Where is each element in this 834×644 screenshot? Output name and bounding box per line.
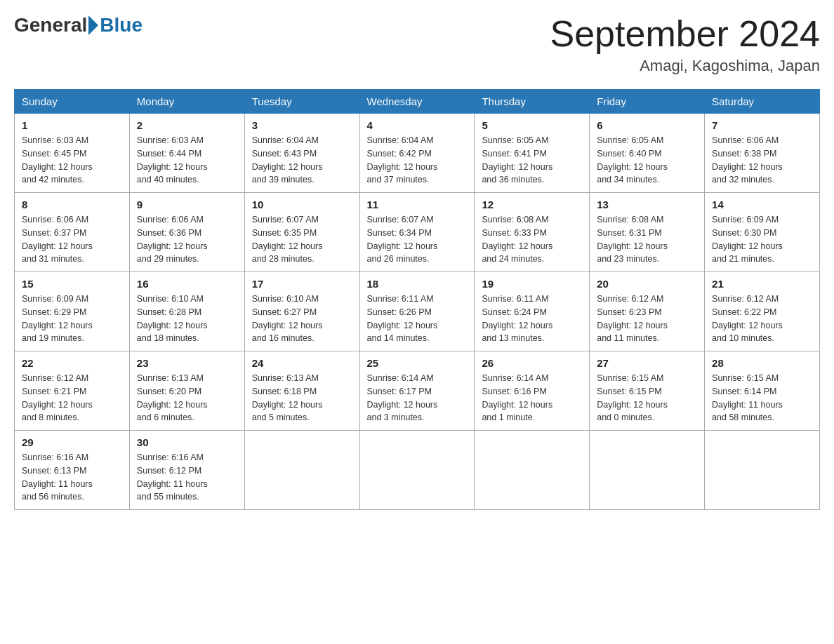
day-info: Sunrise: 6:07 AMSunset: 6:34 PMDaylight:…	[367, 213, 468, 266]
calendar-cell: 30Sunrise: 6:16 AMSunset: 6:12 PMDayligh…	[129, 431, 244, 510]
day-number: 21	[712, 278, 812, 290]
day-info: Sunrise: 6:05 AMSunset: 6:41 PMDaylight:…	[482, 134, 582, 187]
day-info: Sunrise: 6:12 AMSunset: 6:23 PMDaylight:…	[597, 293, 697, 345]
logo-general-text: General	[14, 14, 87, 36]
day-info: Sunrise: 6:13 AMSunset: 6:20 PMDaylight:…	[137, 372, 237, 424]
logo-blue-text: Blue	[100, 14, 143, 36]
weekday-header-monday: Monday	[129, 90, 244, 114]
day-info: Sunrise: 6:03 AMSunset: 6:44 PMDaylight:…	[137, 134, 237, 187]
day-info: Sunrise: 6:04 AMSunset: 6:42 PMDaylight:…	[367, 134, 468, 187]
day-number: 27	[597, 357, 697, 369]
calendar-cell	[244, 431, 359, 510]
day-number: 11	[367, 199, 468, 210]
week-row-2: 8Sunrise: 6:06 AMSunset: 6:37 PMDaylight…	[15, 193, 820, 272]
day-info: Sunrise: 6:14 AMSunset: 6:16 PMDaylight:…	[482, 372, 582, 424]
calendar-cell: 9Sunrise: 6:06 AMSunset: 6:36 PMDaylight…	[129, 193, 244, 272]
day-info: Sunrise: 6:15 AMSunset: 6:15 PMDaylight:…	[597, 372, 697, 424]
day-info: Sunrise: 6:08 AMSunset: 6:31 PMDaylight:…	[597, 213, 697, 266]
calendar-cell: 8Sunrise: 6:06 AMSunset: 6:37 PMDaylight…	[15, 193, 130, 272]
calendar-cell: 17Sunrise: 6:10 AMSunset: 6:27 PMDayligh…	[244, 272, 359, 351]
calendar-cell: 29Sunrise: 6:16 AMSunset: 6:13 PMDayligh…	[15, 431, 130, 510]
day-info: Sunrise: 6:13 AMSunset: 6:18 PMDaylight:…	[252, 372, 352, 424]
week-row-3: 15Sunrise: 6:09 AMSunset: 6:29 PMDayligh…	[15, 272, 820, 351]
weekday-header-row: SundayMondayTuesdayWednesdayThursdayFrid…	[15, 90, 820, 114]
day-number: 13	[597, 199, 697, 210]
calendar-cell: 10Sunrise: 6:07 AMSunset: 6:35 PMDayligh…	[244, 193, 359, 272]
calendar-cell: 28Sunrise: 6:15 AMSunset: 6:14 PMDayligh…	[705, 351, 820, 431]
day-number: 17	[252, 278, 352, 290]
day-number: 14	[712, 199, 812, 210]
calendar-cell: 16Sunrise: 6:10 AMSunset: 6:28 PMDayligh…	[129, 272, 244, 351]
page-header: General Blue September 2024 Amagi, Kagos…	[14, 14, 820, 75]
calendar-cell: 1Sunrise: 6:03 AMSunset: 6:45 PMDaylight…	[15, 114, 130, 193]
day-number: 1	[22, 119, 122, 131]
calendar-cell: 21Sunrise: 6:12 AMSunset: 6:22 PMDayligh…	[705, 272, 820, 351]
logo-arrow-icon	[88, 15, 98, 35]
day-number: 22	[22, 357, 122, 369]
calendar-cell	[705, 431, 820, 510]
day-info: Sunrise: 6:11 AMSunset: 6:26 PMDaylight:…	[367, 293, 468, 345]
weekday-header-tuesday: Tuesday	[244, 90, 359, 114]
day-number: 28	[712, 357, 812, 369]
calendar-cell: 6Sunrise: 6:05 AMSunset: 6:40 PMDaylight…	[590, 114, 705, 193]
day-number: 7	[712, 119, 812, 131]
calendar-cell: 22Sunrise: 6:12 AMSunset: 6:21 PMDayligh…	[15, 351, 130, 431]
day-number: 10	[252, 199, 352, 210]
calendar-cell: 18Sunrise: 6:11 AMSunset: 6:26 PMDayligh…	[359, 272, 475, 351]
day-info: Sunrise: 6:05 AMSunset: 6:40 PMDaylight:…	[597, 134, 697, 187]
day-info: Sunrise: 6:06 AMSunset: 6:38 PMDaylight:…	[712, 134, 812, 187]
day-number: 26	[482, 357, 582, 369]
calendar-cell: 11Sunrise: 6:07 AMSunset: 6:34 PMDayligh…	[359, 193, 475, 272]
day-number: 30	[137, 436, 237, 448]
day-number: 15	[22, 278, 122, 290]
day-number: 8	[22, 199, 122, 210]
weekday-header-friday: Friday	[590, 90, 705, 114]
calendar-cell: 19Sunrise: 6:11 AMSunset: 6:24 PMDayligh…	[475, 272, 590, 351]
day-info: Sunrise: 6:04 AMSunset: 6:43 PMDaylight:…	[252, 134, 352, 187]
calendar-cell: 25Sunrise: 6:14 AMSunset: 6:17 PMDayligh…	[359, 351, 475, 431]
day-number: 19	[482, 278, 582, 290]
day-number: 12	[482, 199, 582, 210]
day-info: Sunrise: 6:09 AMSunset: 6:30 PMDaylight:…	[712, 213, 812, 266]
day-info: Sunrise: 6:03 AMSunset: 6:45 PMDaylight:…	[22, 134, 122, 187]
location-subtitle: Amagi, Kagoshima, Japan	[550, 57, 821, 75]
day-number: 20	[597, 278, 697, 290]
calendar-cell: 13Sunrise: 6:08 AMSunset: 6:31 PMDayligh…	[590, 193, 705, 272]
calendar-cell: 5Sunrise: 6:05 AMSunset: 6:41 PMDaylight…	[475, 114, 590, 193]
day-number: 23	[137, 357, 237, 369]
day-info: Sunrise: 6:14 AMSunset: 6:17 PMDaylight:…	[367, 372, 468, 424]
weekday-header-wednesday: Wednesday	[359, 90, 475, 114]
day-number: 9	[137, 199, 237, 210]
day-number: 16	[137, 278, 237, 290]
calendar-cell	[475, 431, 590, 510]
day-info: Sunrise: 6:12 AMSunset: 6:22 PMDaylight:…	[712, 293, 812, 345]
calendar-table: SundayMondayTuesdayWednesdayThursdayFrid…	[14, 89, 820, 510]
calendar-cell: 15Sunrise: 6:09 AMSunset: 6:29 PMDayligh…	[15, 272, 130, 351]
day-number: 18	[367, 278, 468, 290]
day-info: Sunrise: 6:16 AMSunset: 6:13 PMDaylight:…	[22, 451, 122, 504]
day-info: Sunrise: 6:15 AMSunset: 6:14 PMDaylight:…	[712, 372, 812, 424]
calendar-cell: 4Sunrise: 6:04 AMSunset: 6:42 PMDaylight…	[359, 114, 475, 193]
title-section: September 2024 Amagi, Kagoshima, Japan	[550, 14, 821, 75]
day-info: Sunrise: 6:16 AMSunset: 6:12 PMDaylight:…	[137, 451, 237, 504]
week-row-5: 29Sunrise: 6:16 AMSunset: 6:13 PMDayligh…	[15, 431, 820, 510]
calendar-cell: 12Sunrise: 6:08 AMSunset: 6:33 PMDayligh…	[475, 193, 590, 272]
calendar-cell: 14Sunrise: 6:09 AMSunset: 6:30 PMDayligh…	[705, 193, 820, 272]
logo: General Blue	[14, 14, 143, 36]
day-info: Sunrise: 6:07 AMSunset: 6:35 PMDaylight:…	[252, 213, 352, 266]
day-number: 6	[597, 119, 697, 131]
day-number: 4	[367, 119, 468, 131]
day-info: Sunrise: 6:12 AMSunset: 6:21 PMDaylight:…	[22, 372, 122, 424]
day-info: Sunrise: 6:08 AMSunset: 6:33 PMDaylight:…	[482, 213, 582, 266]
day-number: 5	[482, 119, 582, 131]
calendar-cell: 3Sunrise: 6:04 AMSunset: 6:43 PMDaylight…	[244, 114, 359, 193]
day-number: 2	[137, 119, 237, 131]
month-title: September 2024	[550, 14, 821, 54]
day-info: Sunrise: 6:11 AMSunset: 6:24 PMDaylight:…	[482, 293, 582, 345]
day-number: 24	[252, 357, 352, 369]
calendar-cell: 7Sunrise: 6:06 AMSunset: 6:38 PMDaylight…	[705, 114, 820, 193]
weekday-header-sunday: Sunday	[15, 90, 130, 114]
day-info: Sunrise: 6:10 AMSunset: 6:28 PMDaylight:…	[137, 293, 237, 345]
calendar-cell: 27Sunrise: 6:15 AMSunset: 6:15 PMDayligh…	[590, 351, 705, 431]
week-row-1: 1Sunrise: 6:03 AMSunset: 6:45 PMDaylight…	[15, 114, 820, 193]
